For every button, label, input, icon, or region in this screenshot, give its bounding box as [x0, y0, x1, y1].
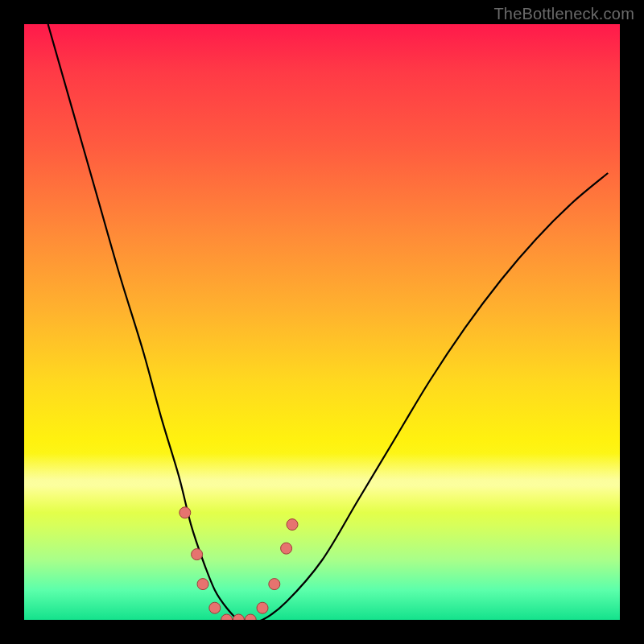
curve-marker	[221, 614, 233, 620]
curve-marker	[209, 602, 221, 613]
curve-marker	[233, 614, 244, 620]
curve-marker	[281, 543, 292, 554]
bottleneck-curve	[48, 24, 609, 620]
curve-marker	[287, 519, 298, 530]
curve-marker	[192, 549, 203, 560]
curve-marker	[269, 579, 280, 590]
curve-marker	[197, 579, 208, 590]
curve-marker	[245, 614, 256, 620]
plot-svg	[24, 24, 620, 620]
watermark-text: TheBottleneck.com	[493, 5, 634, 23]
curve-marker	[180, 507, 191, 518]
curve-marker	[257, 602, 268, 613]
chart-panel	[24, 24, 620, 620]
